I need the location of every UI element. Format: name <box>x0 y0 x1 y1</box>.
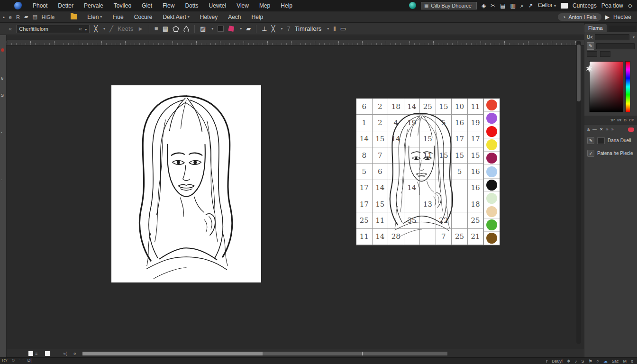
picker-btn-2[interactable]: D <box>624 118 627 122</box>
palette-cell[interactable] <box>484 152 500 165</box>
badge-icon[interactable]: ◈ <box>482 2 486 9</box>
taskbar-icon[interactable]: ⌒ <box>19 358 24 364</box>
lasso-icon[interactable]: R <box>16 14 20 20</box>
chevron-down-icon[interactable]: ▾ <box>281 27 282 31</box>
palette-cell[interactable] <box>484 138 500 152</box>
arrow-right-icon[interactable]: ► <box>137 23 144 35</box>
lasso-tool-icon[interactable]: S <box>1 93 4 98</box>
toggle-row-1[interactable]: ✎ Dana Duell <box>584 134 637 147</box>
menu-item-5[interactable]: Fiew <box>157 0 180 11</box>
toolbar2-item-4[interactable]: Hetvey <box>195 11 223 23</box>
vertical-scrollbar-thumb[interactable] <box>577 45 581 101</box>
mini-field-1[interactable] <box>587 51 597 57</box>
a-icon[interactable]: a <box>587 127 590 132</box>
teardrop-icon[interactable] <box>183 26 189 32</box>
hue-strip[interactable] <box>625 61 630 112</box>
palette-color-dot[interactable] <box>486 153 497 164</box>
zoom-icon[interactable]: ⌕ <box>520 2 524 9</box>
document-icon[interactable]: ▤ <box>500 2 505 9</box>
chevron-down-icon[interactable]: ▾ <box>103 27 105 31</box>
artboard-number-grid[interactable]: 6218142515101112419516191415141517178711… <box>356 98 500 246</box>
dark-swatch-icon[interactable] <box>218 26 224 32</box>
palette-color-dot[interactable] <box>486 233 497 244</box>
pink-gem-icon[interactable] <box>228 26 234 32</box>
chevron-down-icon[interactable]: ▾ <box>327 27 329 31</box>
taskbar-icon[interactable]: 5ac <box>612 359 619 364</box>
palette-color-dot[interactable] <box>486 126 497 137</box>
perpendicular-icon[interactable]: ⊥ <box>262 23 267 35</box>
palette-color-dot[interactable] <box>486 219 497 230</box>
vertical-scrollbar[interactable] <box>576 41 581 344</box>
chevron-down-icon[interactable]: ▾ <box>85 27 87 32</box>
palette-color-dot[interactable] <box>486 206 497 217</box>
taskbar-icon[interactable]: ❖ <box>567 359 571 364</box>
chevron-down-icon[interactable]: ▾ <box>633 35 635 39</box>
menu-item-7[interactable]: Uewtel <box>203 0 231 11</box>
palette-cell[interactable] <box>484 125 500 138</box>
taskbar-icon[interactable]: ⚑ <box>588 359 592 364</box>
swatch-white-icon[interactable] <box>28 351 33 356</box>
palette-color-dot[interactable] <box>486 193 497 204</box>
check-checkbox[interactable]: ✓ <box>587 150 594 157</box>
tool-icon[interactable]: 6 <box>1 76 3 81</box>
palette-cell[interactable] <box>484 232 500 245</box>
x-icon[interactable]: ✕ <box>600 127 603 132</box>
menu-item-4[interactable]: Giet <box>136 0 157 11</box>
toolbar2-item-0[interactable]: Elen▾ <box>82 11 107 23</box>
saturation-square[interactable] <box>589 61 623 112</box>
red-dot-icon[interactable] <box>1 48 4 52</box>
taskbar-icon[interactable]: ○ <box>597 359 599 364</box>
toolbar2-item-1[interactable]: Fiue <box>107 11 128 23</box>
toggle-row-2[interactable]: ✓ Patena he Piecle <box>584 147 637 160</box>
toolbar2-item-5[interactable]: Aech <box>223 11 246 23</box>
brush-preview-button[interactable]: ✎ <box>587 42 594 50</box>
forward-icon[interactable]: » <box>606 127 609 132</box>
collapse-icon[interactable]: « <box>79 25 82 32</box>
pointer-icon[interactable]: ↗ <box>528 2 533 9</box>
palette-cell[interactable] <box>484 165 500 178</box>
toolbar2-item-6[interactable]: Help <box>246 11 269 23</box>
toolbar2-item-3[interactable]: Dekt Aert▾ <box>157 11 194 23</box>
taskbar-icon[interactable]: M <box>623 359 627 364</box>
taskbar-icon[interactable]: ☁ <box>603 359 608 364</box>
align-lines-icon[interactable]: ≡ <box>155 23 158 35</box>
toolbar2-item-2[interactable]: Cocure <box>129 11 158 23</box>
menu-item-1[interactable]: Detter <box>53 0 79 11</box>
tool-icon[interactable]: · <box>1 177 2 182</box>
field2-input[interactable] <box>596 43 635 49</box>
swatch-white2-icon[interactable] <box>45 351 50 356</box>
window-icon[interactable] <box>561 3 568 9</box>
palette-color-dot[interactable] <box>486 166 497 177</box>
palette-color-dot[interactable] <box>486 180 497 191</box>
palette-color-dot[interactable] <box>486 113 497 124</box>
tab-flama[interactable]: Flama <box>584 24 607 32</box>
cellor-dropdown[interactable]: Cellor▾ <box>538 0 556 12</box>
pen-checkbox[interactable]: ✎ <box>587 137 594 144</box>
recent-search-pill[interactable]: ◔ Anton I Fela <box>558 13 601 21</box>
taskbar-icon[interactable]: ♪ <box>575 359 577 364</box>
field1-input[interactable] <box>595 34 629 40</box>
forward2-icon[interactable]: » <box>611 127 614 132</box>
folder-icon[interactable]: ▰ <box>24 14 28 20</box>
pea-tlow-button[interactable]: Pea tlow <box>601 0 623 11</box>
document-alt-icon[interactable]: ▥ <box>510 2 516 9</box>
palette-color-dot[interactable] <box>486 100 497 110</box>
menu-item-0[interactable]: Phoot <box>27 0 53 11</box>
tool-icon[interactable]: · <box>1 130 2 135</box>
menu-item-10[interactable]: Help <box>275 0 298 11</box>
picker-btn-3[interactable]: CP <box>629 118 634 122</box>
taskbar-icon[interactable]: o <box>631 359 633 364</box>
palette-cell[interactable] <box>484 218 500 232</box>
preset-field[interactable]: Cherfitlielorn « ▾ <box>16 25 90 33</box>
palette-cell[interactable] <box>484 112 500 125</box>
align-box-icon[interactable]: ▤ <box>163 23 168 35</box>
taskbar-icon[interactable]: ☺ <box>11 358 16 364</box>
templates-dropdown[interactable]: Timrallers <box>295 23 322 35</box>
cuntcegs-button[interactable]: Cuntcegs <box>573 0 597 11</box>
taskbar-icon[interactable]: S <box>581 359 584 364</box>
pen-icon[interactable]: ╱ <box>109 23 113 35</box>
mini-field-2[interactable] <box>600 51 610 57</box>
horizontal-scrollbar[interactable] <box>82 352 447 355</box>
yellow-folder-icon[interactable] <box>71 14 77 19</box>
palette-cell[interactable] <box>484 99 500 112</box>
